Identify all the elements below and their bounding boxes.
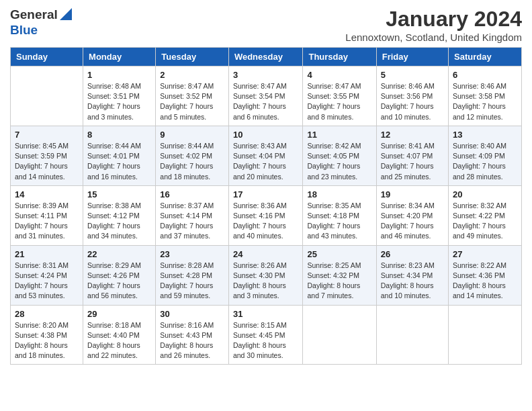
logo-general-text: General (10, 7, 58, 22)
day-number: 10 (233, 130, 299, 140)
day-info: Sunrise: 8:41 AMSunset: 4:07 PMDaylight:… (381, 142, 435, 181)
calendar-day-cell: 23 Sunrise: 8:28 AMSunset: 4:28 PMDaylig… (156, 245, 229, 305)
day-number: 3 (233, 70, 299, 80)
day-info: Sunrise: 8:48 AMSunset: 3:51 PMDaylight:… (87, 82, 141, 121)
day-info: Sunrise: 8:38 AMSunset: 4:12 PMDaylight:… (87, 201, 141, 240)
day-number: 14 (15, 189, 79, 199)
day-number: 7 (15, 130, 79, 140)
calendar-week-row: 1 Sunrise: 8:48 AMSunset: 3:51 PMDayligh… (11, 66, 522, 126)
day-number: 9 (160, 130, 224, 140)
calendar-day-cell: 10 Sunrise: 8:43 AMSunset: 4:04 PMDaylig… (228, 126, 303, 185)
day-info: Sunrise: 8:34 AMSunset: 4:20 PMDaylight:… (381, 201, 435, 240)
header-saturday: Saturday (449, 48, 522, 66)
calendar-title-area: January 2024 Lennoxtown, Scotland, Unite… (345, 7, 522, 43)
header-monday: Monday (83, 48, 156, 66)
calendar-day-cell: 29 Sunrise: 8:18 AMSunset: 4:40 PMDaylig… (83, 305, 156, 365)
day-number: 23 (160, 249, 224, 259)
day-info: Sunrise: 8:47 AMSunset: 3:55 PMDaylight:… (307, 82, 361, 121)
day-number: 25 (307, 249, 371, 259)
day-number: 8 (87, 130, 151, 140)
calendar-day-cell: 1 Sunrise: 8:48 AMSunset: 3:51 PMDayligh… (83, 66, 156, 126)
calendar-day-cell: 9 Sunrise: 8:44 AMSunset: 4:02 PMDayligh… (156, 126, 229, 185)
calendar-day-cell: 3 Sunrise: 8:47 AMSunset: 3:54 PMDayligh… (228, 66, 303, 126)
day-number: 31 (233, 309, 299, 319)
calendar-day-cell: 18 Sunrise: 8:35 AMSunset: 4:18 PMDaylig… (303, 185, 376, 245)
page-header: General Blue January 2024 Lennoxtown, Sc… (10, 7, 522, 43)
day-number: 29 (87, 309, 151, 319)
day-number: 24 (233, 249, 299, 259)
calendar-day-cell: 28 Sunrise: 8:20 AMSunset: 4:38 PMDaylig… (11, 305, 83, 365)
calendar-day-cell: 12 Sunrise: 8:41 AMSunset: 4:07 PMDaylig… (376, 126, 448, 185)
calendar-day-cell: 25 Sunrise: 8:25 AMSunset: 4:32 PMDaylig… (303, 245, 376, 305)
day-number: 26 (381, 249, 444, 259)
day-info: Sunrise: 8:46 AMSunset: 3:56 PMDaylight:… (381, 82, 435, 121)
location-title: Lennoxtown, Scotland, United Kingdom (345, 32, 522, 43)
day-number: 17 (233, 189, 299, 199)
day-info: Sunrise: 8:47 AMSunset: 3:52 PMDaylight:… (160, 82, 214, 121)
day-number: 20 (453, 189, 517, 199)
calendar-day-cell: 30 Sunrise: 8:16 AMSunset: 4:43 PMDaylig… (156, 305, 229, 365)
calendar-day-cell: 14 Sunrise: 8:39 AMSunset: 4:11 PMDaylig… (11, 185, 83, 245)
calendar-day-cell: 7 Sunrise: 8:45 AMSunset: 3:59 PMDayligh… (11, 126, 83, 185)
day-number: 28 (15, 309, 79, 319)
logo: General Blue (10, 7, 72, 38)
day-info: Sunrise: 8:18 AMSunset: 4:40 PMDaylight:… (87, 321, 141, 360)
calendar-day-cell: 8 Sunrise: 8:44 AMSunset: 4:01 PMDayligh… (83, 126, 156, 185)
day-info: Sunrise: 8:29 AMSunset: 4:26 PMDaylight:… (87, 261, 141, 300)
day-number: 11 (307, 130, 371, 140)
header-wednesday: Wednesday (228, 48, 303, 66)
calendar-day-cell: 22 Sunrise: 8:29 AMSunset: 4:26 PMDaylig… (83, 245, 156, 305)
header-friday: Friday (376, 48, 448, 66)
calendar-day-cell (376, 305, 448, 365)
day-info: Sunrise: 8:35 AMSunset: 4:18 PMDaylight:… (307, 201, 361, 240)
day-info: Sunrise: 8:42 AMSunset: 4:05 PMDaylight:… (307, 142, 361, 181)
day-number: 19 (381, 189, 444, 199)
day-info: Sunrise: 8:36 AMSunset: 4:16 PMDaylight:… (233, 201, 287, 240)
day-number: 6 (453, 70, 517, 80)
calendar-week-row: 14 Sunrise: 8:39 AMSunset: 4:11 PMDaylig… (11, 185, 522, 245)
header-sunday: Sunday (11, 48, 83, 66)
calendar-day-cell (11, 66, 83, 126)
calendar-day-cell: 6 Sunrise: 8:46 AMSunset: 3:58 PMDayligh… (449, 66, 522, 126)
day-info: Sunrise: 8:22 AMSunset: 4:36 PMDaylight:… (453, 261, 506, 300)
day-info: Sunrise: 8:39 AMSunset: 4:11 PMDaylight:… (15, 201, 69, 240)
day-info: Sunrise: 8:43 AMSunset: 4:04 PMDaylight:… (233, 142, 287, 181)
day-info: Sunrise: 8:44 AMSunset: 4:01 PMDaylight:… (87, 142, 141, 181)
calendar-day-cell: 5 Sunrise: 8:46 AMSunset: 3:56 PMDayligh… (376, 66, 448, 126)
calendar-day-cell: 21 Sunrise: 8:31 AMSunset: 4:24 PMDaylig… (11, 245, 83, 305)
calendar-day-cell: 31 Sunrise: 8:15 AMSunset: 4:45 PMDaylig… (228, 305, 303, 365)
svg-marker-0 (60, 8, 72, 20)
day-info: Sunrise: 8:47 AMSunset: 3:54 PMDaylight:… (233, 82, 287, 121)
logo-triangle-icon (60, 8, 72, 23)
day-number: 5 (381, 70, 444, 80)
day-info: Sunrise: 8:16 AMSunset: 4:43 PMDaylight:… (160, 321, 214, 360)
day-number: 13 (453, 130, 517, 140)
calendar-header-row: Sunday Monday Tuesday Wednesday Thursday… (11, 48, 522, 66)
calendar-day-cell: 20 Sunrise: 8:32 AMSunset: 4:22 PMDaylig… (449, 185, 522, 245)
day-info: Sunrise: 8:23 AMSunset: 4:34 PMDaylight:… (381, 261, 435, 300)
calendar-day-cell: 15 Sunrise: 8:38 AMSunset: 4:12 PMDaylig… (83, 185, 156, 245)
calendar-day-cell: 16 Sunrise: 8:37 AMSunset: 4:14 PMDaylig… (156, 185, 229, 245)
day-info: Sunrise: 8:31 AMSunset: 4:24 PMDaylight:… (15, 261, 69, 300)
day-number: 22 (87, 249, 151, 259)
day-info: Sunrise: 8:46 AMSunset: 3:58 PMDaylight:… (453, 82, 506, 121)
day-number: 2 (160, 70, 224, 80)
calendar-week-row: 28 Sunrise: 8:20 AMSunset: 4:38 PMDaylig… (11, 305, 522, 365)
calendar-day-cell: 24 Sunrise: 8:26 AMSunset: 4:30 PMDaylig… (228, 245, 303, 305)
month-title: January 2024 (345, 7, 522, 32)
calendar-day-cell (303, 305, 376, 365)
calendar-day-cell: 13 Sunrise: 8:40 AMSunset: 4:09 PMDaylig… (449, 126, 522, 185)
day-info: Sunrise: 8:32 AMSunset: 4:22 PMDaylight:… (453, 201, 506, 240)
day-number: 4 (307, 70, 371, 80)
day-info: Sunrise: 8:26 AMSunset: 4:30 PMDaylight:… (233, 261, 287, 300)
day-info: Sunrise: 8:28 AMSunset: 4:28 PMDaylight:… (160, 261, 214, 300)
day-info: Sunrise: 8:40 AMSunset: 4:09 PMDaylight:… (453, 142, 506, 181)
day-info: Sunrise: 8:45 AMSunset: 3:59 PMDaylight:… (15, 142, 69, 181)
day-number: 21 (15, 249, 79, 259)
calendar-day-cell: 2 Sunrise: 8:47 AMSunset: 3:52 PMDayligh… (156, 66, 229, 126)
day-number: 16 (160, 189, 224, 199)
header-thursday: Thursday (303, 48, 376, 66)
day-info: Sunrise: 8:37 AMSunset: 4:14 PMDaylight:… (160, 201, 214, 240)
day-number: 12 (381, 130, 444, 140)
logo-blue-text: Blue (10, 23, 38, 37)
